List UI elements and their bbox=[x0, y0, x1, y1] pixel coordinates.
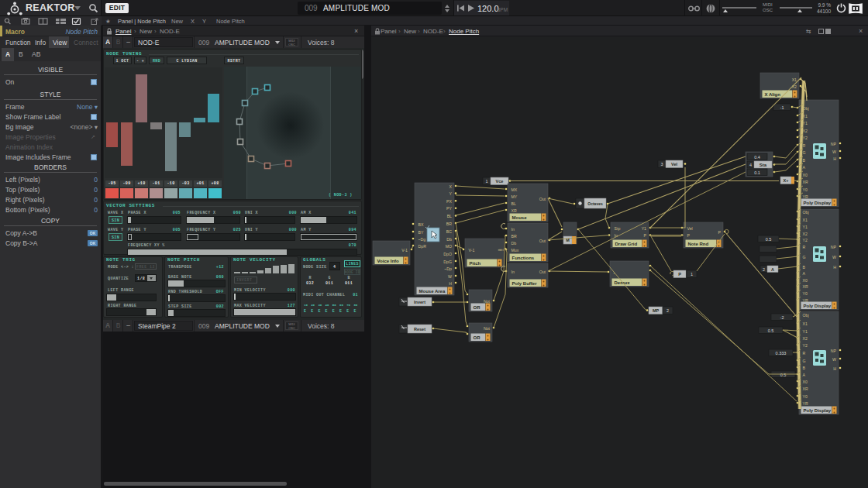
svg-text:2: 2 bbox=[666, 308, 669, 313]
svg-text:‹‹‹: ‹‹‹ bbox=[500, 247, 504, 252]
svg-text:X0: X0 bbox=[803, 173, 808, 177]
svg-text:Mux: Mux bbox=[512, 248, 519, 253]
svg-text:Y0: Y0 bbox=[803, 291, 808, 296]
svg-text:0.5: 0.5 bbox=[766, 237, 772, 242]
svg-text:DpG: DpG bbox=[443, 259, 452, 264]
svg-text:X2: X2 bbox=[803, 232, 808, 236]
svg-text:BL: BL bbox=[512, 201, 516, 206]
svg-text:Mouse Area: Mouse Area bbox=[419, 289, 446, 294]
svg-text:H: H bbox=[833, 265, 836, 270]
svg-text:DpO: DpO bbox=[443, 252, 452, 256]
svg-text:1: 1 bbox=[485, 179, 487, 184]
svg-text:Demux: Demux bbox=[615, 280, 631, 285]
svg-text:Voice Info: Voice Info bbox=[377, 259, 400, 263]
svg-text:Mouse: Mouse bbox=[512, 215, 528, 220]
svg-text:Poly Display: Poly Display bbox=[804, 201, 832, 205]
svg-text:PY: PY bbox=[446, 206, 452, 211]
svg-text:Obj: Obj bbox=[803, 313, 809, 318]
svg-text:0.1: 0.1 bbox=[754, 170, 760, 175]
svg-text:Octaves: Octaves bbox=[587, 201, 603, 206]
svg-text:P: P bbox=[718, 230, 722, 235]
svg-text:Y: Y bbox=[450, 191, 453, 196]
svg-text:YR: YR bbox=[803, 298, 808, 303]
svg-text:MP: MP bbox=[653, 308, 660, 313]
svg-text:MY: MY bbox=[512, 194, 518, 199]
svg-text:A: A bbox=[803, 373, 806, 377]
svg-text:DpR: DpR bbox=[418, 244, 427, 249]
svg-text:Sta: Sta bbox=[760, 163, 767, 167]
svg-text:Not: Not bbox=[484, 326, 491, 331]
svg-text:R: R bbox=[803, 351, 806, 356]
svg-text:V-1: V-1 bbox=[401, 248, 408, 253]
svg-text:BR: BR bbox=[512, 234, 517, 239]
svg-text:~Dg: ~Dg bbox=[418, 237, 426, 242]
svg-text:Poly Buffer: Poly Buffer bbox=[512, 281, 538, 286]
svg-text:4: 4 bbox=[749, 163, 752, 167]
svg-text:B: B bbox=[803, 158, 806, 163]
svg-text:B: B bbox=[803, 366, 806, 370]
svg-text:BL: BL bbox=[447, 214, 452, 218]
svg-text:X1: X1 bbox=[803, 218, 808, 222]
svg-text:Y0: Y0 bbox=[803, 187, 808, 192]
svg-text:P: P bbox=[644, 233, 647, 238]
svg-text:NP: NP bbox=[831, 245, 837, 249]
svg-text:Y1: Y1 bbox=[803, 329, 808, 334]
svg-text:XR: XR bbox=[512, 208, 517, 213]
svg-text:G: G bbox=[803, 255, 806, 259]
svg-text:Poly Display: Poly Display bbox=[804, 408, 832, 413]
svg-text:BY: BY bbox=[418, 230, 424, 235]
svg-text:Vel: Vel bbox=[687, 226, 693, 231]
svg-text:XR: XR bbox=[803, 284, 808, 289]
svg-text:X Align: X Align bbox=[765, 92, 781, 97]
svg-text:Vce: Vce bbox=[496, 179, 504, 184]
svg-text:OR: OR bbox=[474, 335, 481, 340]
svg-text:MX: MX bbox=[512, 187, 518, 192]
svg-text:A: A bbox=[803, 271, 806, 276]
svg-text:3: 3 bbox=[660, 162, 663, 167]
svg-text:Reset: Reset bbox=[414, 327, 425, 332]
svg-text:Out: Out bbox=[539, 197, 546, 201]
svg-text:Db: Db bbox=[446, 237, 452, 242]
svg-text:Vel: Vel bbox=[671, 162, 677, 167]
svg-text:In: In bbox=[512, 270, 515, 274]
svg-text:W: W bbox=[832, 255, 836, 259]
svg-text:Obj: Obj bbox=[803, 210, 809, 215]
svg-text:P: P bbox=[687, 233, 691, 238]
svg-text:Y2: Y2 bbox=[803, 238, 808, 242]
svg-text:Note Rnd: Note Rnd bbox=[688, 242, 709, 246]
svg-text:Out: Out bbox=[539, 270, 546, 274]
svg-text:Y1: Y1 bbox=[803, 225, 808, 229]
svg-text:XR: XR bbox=[803, 180, 808, 184]
svg-text:P: P bbox=[678, 272, 681, 277]
svg-text:PX: PX bbox=[446, 199, 452, 204]
svg-text:NP: NP bbox=[831, 349, 837, 353]
svg-text:-1: -1 bbox=[780, 105, 784, 110]
svg-text:R: R bbox=[803, 245, 806, 249]
svg-text:Functions: Functions bbox=[512, 256, 535, 260]
svg-text:Stp: Stp bbox=[615, 226, 621, 231]
svg-text:YR: YR bbox=[803, 194, 808, 199]
svg-text:H: H bbox=[833, 156, 836, 161]
svg-text:W: W bbox=[832, 357, 836, 362]
svg-text:-2: -2 bbox=[780, 315, 784, 320]
svg-text:~Dp: ~Dp bbox=[444, 266, 452, 271]
svg-text:MO: MO bbox=[446, 244, 452, 249]
svg-text:Y2: Y2 bbox=[803, 343, 808, 348]
svg-text:H: H bbox=[449, 281, 452, 286]
svg-text:0.5: 0.5 bbox=[768, 328, 774, 333]
svg-text:Draw Grid: Draw Grid bbox=[615, 242, 638, 246]
svg-text:X0: X0 bbox=[803, 278, 808, 283]
svg-text:X+: X+ bbox=[784, 178, 789, 183]
svg-text:In: In bbox=[512, 227, 515, 232]
svg-text:B: B bbox=[803, 265, 806, 270]
svg-text:0.4: 0.4 bbox=[754, 155, 760, 160]
svg-text:X1: X1 bbox=[792, 77, 797, 82]
svg-text:2: 2 bbox=[763, 267, 765, 272]
svg-text:A: A bbox=[771, 267, 774, 272]
svg-text:A: A bbox=[803, 165, 806, 170]
svg-text:Y1: Y1 bbox=[642, 226, 646, 231]
svg-text:X2: X2 bbox=[803, 336, 808, 341]
svg-text:Y0: Y0 bbox=[803, 394, 808, 399]
svg-text:Pitch: Pitch bbox=[470, 261, 481, 266]
svg-text:XR: XR bbox=[803, 387, 808, 391]
